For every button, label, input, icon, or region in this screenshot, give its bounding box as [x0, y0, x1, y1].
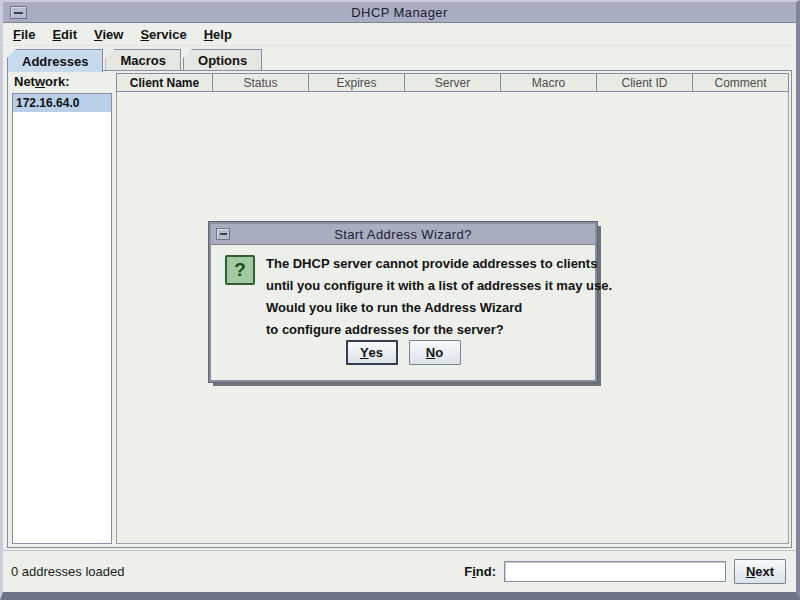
- find-input[interactable]: [504, 561, 726, 582]
- network-list-item[interactable]: 172.16.64.0: [13, 94, 111, 112]
- dialog-message-line: until you configure it with a list of ad…: [266, 275, 587, 297]
- menu-service[interactable]: Service: [140, 27, 186, 42]
- column-header-client-name[interactable]: Client Name: [116, 73, 213, 92]
- network-label: Network:: [14, 74, 70, 89]
- yes-button[interactable]: Yes: [346, 340, 398, 365]
- window-menu-icon[interactable]: [10, 6, 27, 19]
- column-header-server[interactable]: Server: [405, 73, 501, 92]
- menu-help[interactable]: Help: [204, 27, 232, 42]
- network-list[interactable]: 172.16.64.0: [12, 93, 112, 544]
- tab-options[interactable]: Options: [183, 49, 262, 71]
- find-label: Find:: [464, 564, 496, 579]
- table-header-row: Client Name Status Expires Server Macro …: [116, 73, 789, 92]
- window-title: DHCP Manager: [351, 5, 447, 20]
- column-header-status[interactable]: Status: [213, 73, 309, 92]
- tab-macros[interactable]: Macros: [105, 49, 181, 71]
- menu-edit[interactable]: Edit: [52, 27, 77, 42]
- minimize-dash-icon: [14, 12, 23, 14]
- tab-addresses[interactable]: Addresses: [7, 49, 103, 72]
- no-button[interactable]: No: [409, 340, 461, 365]
- tab-bar: Addresses Macros Options: [7, 48, 792, 71]
- dialog-button-row: Yes No: [211, 340, 595, 365]
- column-header-comment[interactable]: Comment: [693, 73, 789, 92]
- minimize-dash-icon: [220, 233, 227, 235]
- dhcp-manager-window: DHCP Manager File Edit View Service Help…: [0, 0, 800, 600]
- next-button[interactable]: Next: [734, 559, 786, 584]
- column-header-client-id[interactable]: Client ID: [597, 73, 693, 92]
- menu-view[interactable]: View: [94, 27, 123, 42]
- dialog-message-line: to configure addresses for the server?: [266, 319, 587, 341]
- status-message: 0 addresses loaded: [11, 564, 124, 579]
- find-group: Find: Next: [464, 559, 786, 584]
- dialog-message-line: Would you like to run the Address Wizard: [266, 297, 587, 319]
- dialog-message-line: The DHCP server cannot provide addresses…: [266, 253, 587, 275]
- dialog-menu-icon[interactable]: [216, 228, 230, 240]
- dialog-message: The DHCP server cannot provide addresses…: [266, 253, 587, 341]
- menu-bar: File Edit View Service Help: [3, 24, 796, 46]
- dialog-titlebar[interactable]: Start Address Wizard?: [211, 224, 595, 245]
- window-titlebar[interactable]: DHCP Manager: [3, 2, 796, 23]
- dialog-title: Start Address Wizard?: [334, 227, 472, 242]
- start-address-wizard-dialog: Start Address Wizard? ? The DHCP server …: [209, 222, 597, 382]
- column-header-expires[interactable]: Expires: [309, 73, 405, 92]
- question-icon: ?: [225, 255, 255, 285]
- status-bar: 0 addresses loaded Find: Next: [3, 550, 796, 592]
- menu-file[interactable]: File: [13, 27, 35, 42]
- column-header-macro[interactable]: Macro: [501, 73, 597, 92]
